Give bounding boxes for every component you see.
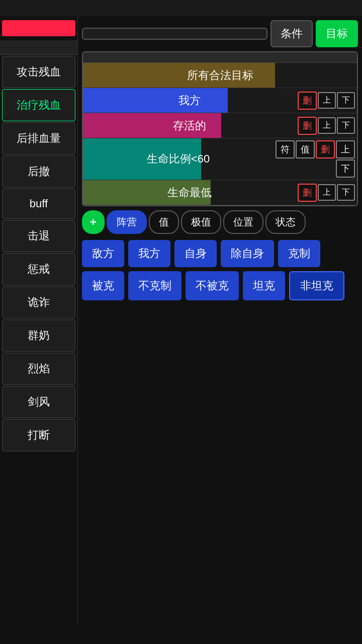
sidebar-item-group-heal[interactable]: 群奶 (2, 319, 75, 352)
bottom-tabs: +阵营值极值位置状态 (82, 210, 358, 234)
ai-name-button[interactable] (82, 28, 267, 40)
filter-row-all-targets: 所有合法目标 (83, 63, 357, 88)
bottom-tab-position[interactable]: 位置 (223, 210, 263, 234)
row-btn-删-hp-lowest[interactable]: 删 (298, 184, 317, 202)
sidebar-item-deceive[interactable]: 诡诈 (2, 286, 75, 318)
bottom-tab-extreme[interactable]: 极值 (181, 210, 221, 234)
filter-row-ally: 我方删上下 (83, 88, 357, 113)
filter-row-label-ally: 我方 (83, 88, 296, 113)
row-btn-下-alive[interactable]: 下 (337, 117, 355, 134)
tab-condition[interactable]: 条件 (270, 20, 313, 47)
sidebar-item-buff[interactable]: buff (2, 189, 75, 219)
row-btn-上-hp-lowest[interactable]: 上 (318, 184, 336, 201)
right-panel: 条件目标 所有合法目标我方删上下存活的删上下生命比例<60符值删上下生命最低删上… (78, 16, 362, 624)
row-btn-符-hp60[interactable]: 符 (276, 140, 295, 158)
delete-ai-button[interactable] (2, 20, 75, 36)
row-btn-删-alive[interactable]: 删 (298, 117, 317, 135)
sidebar-list-header (0, 40, 77, 55)
filter-row-label-alive: 存活的 (83, 113, 296, 138)
row-btn-下-hp-lowest[interactable]: 下 (337, 184, 355, 201)
row-btns-alive: 删上下 (296, 113, 357, 138)
row-btn-下-ally[interactable]: 下 (337, 92, 355, 109)
tag-countered[interactable]: 被克 (82, 271, 124, 300)
tag-tank[interactable]: 坦克 (243, 271, 285, 300)
add-filter-button[interactable]: + (82, 210, 105, 234)
row-btn-删-hp60[interactable]: 删 (316, 140, 335, 158)
sidebar-item-sword-wind[interactable]: 剑风 (2, 386, 75, 418)
sidebar-item-interrupt[interactable]: 打断 (2, 419, 75, 451)
tab-target[interactable]: 目标 (316, 20, 358, 47)
filter-row-label-hp60: 生命比例<60 (83, 138, 274, 180)
bottom-tabs-inner: +阵营值极值位置状态 (82, 210, 306, 234)
row-btn-上-alive[interactable]: 上 (318, 117, 336, 134)
filter-row-hp-lowest: 生命最低删上下 (83, 180, 357, 205)
row-btns-special-hp60: 符值删上下 (274, 138, 357, 180)
row-btn-删-ally[interactable]: 删 (298, 92, 317, 110)
tag-self[interactable]: 自身 (174, 240, 217, 267)
bottom-tab-camp[interactable]: 阵营 (107, 210, 147, 234)
sidebar-item-rear-retreat[interactable]: 后撤 (2, 155, 75, 188)
tags-area: 敌方我方自身除自身克制被克不克制不被克坦克非坦克 (82, 238, 358, 302)
tag-counter[interactable]: 克制 (278, 240, 320, 267)
main-layout: 攻击残血治疗残血后排血量后撤buff击退惩戒诡诈群奶烈焰剑风打断 条件目标 所有… (0, 16, 362, 624)
tag-ally[interactable]: 我方 (128, 240, 170, 267)
row-btn-下-hp60[interactable]: 下 (336, 159, 355, 178)
sidebar-item-fire[interactable]: 烈焰 (2, 353, 75, 385)
tag-except-self[interactable]: 除自身 (221, 240, 274, 267)
sidebar-item-attack-hp[interactable]: 攻击残血 (2, 56, 75, 88)
row-btn-上-ally[interactable]: 上 (318, 92, 336, 109)
filter-container: 所有合法目标我方删上下存活的删上下生命比例<60符值删上下生命最低删上下 (82, 51, 358, 206)
header (0, 0, 362, 16)
right-top-bar: 条件目标 (82, 20, 358, 47)
filter-row-hp60: 生命比例<60符值删上下 (83, 138, 357, 180)
row-btn-值-hp60[interactable]: 值 (296, 140, 315, 158)
filter-rows: 所有合法目标我方删上下存活的删上下生命比例<60符值删上下生命最低删上下 (83, 63, 357, 205)
filter-row-label-hp-lowest: 生命最低 (83, 180, 296, 205)
filter-row-label-all-targets: 所有合法目标 (83, 63, 357, 88)
right-tabs: 条件目标 (270, 20, 358, 47)
sidebar: 攻击残血治疗残血后排血量后撤buff击退惩戒诡诈群奶烈焰剑风打断 (0, 16, 78, 624)
bottom-tab-status[interactable]: 状态 (265, 210, 306, 234)
filter-row-alive: 存活的删上下 (83, 113, 357, 138)
sidebar-item-rear-blood[interactable]: 后排血量 (2, 122, 75, 154)
row-btns-ally: 删上下 (296, 88, 357, 113)
sidebar-items: 攻击残血治疗残血后排血量后撤buff击退惩戒诡诈群奶烈焰剑风打断 (0, 55, 77, 452)
tag-non-tank[interactable]: 非坦克 (289, 271, 344, 300)
sidebar-item-punish[interactable]: 惩戒 (2, 253, 75, 285)
row-btn-上-hp60[interactable]: 上 (336, 140, 355, 158)
sidebar-item-repel[interactable]: 击退 (2, 220, 75, 252)
filter-header (83, 52, 357, 63)
tag-no-countered[interactable]: 不被克 (186, 271, 239, 300)
row-btns-hp-lowest: 删上下 (296, 180, 357, 205)
tag-enemy[interactable]: 敌方 (82, 240, 124, 267)
bottom-tab-value[interactable]: 值 (149, 210, 179, 234)
sidebar-item-heal-hp[interactable]: 治疗残血 (2, 89, 75, 121)
tag-no-counter[interactable]: 不克制 (128, 271, 182, 300)
